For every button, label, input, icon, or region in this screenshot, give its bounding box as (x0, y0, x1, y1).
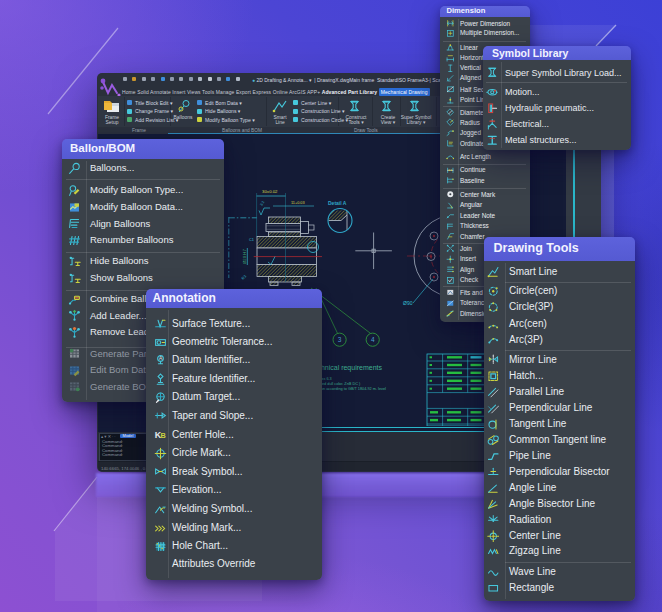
svg-text:Ø90: Ø90 (403, 300, 413, 306)
svg-text:3.2: 3.2 (259, 200, 265, 206)
svg-text:Detail A: Detail A (328, 200, 347, 206)
svg-text:C1: C1 (249, 238, 254, 242)
svg-text:3: 3 (338, 336, 342, 343)
svg-text:R3: R3 (241, 274, 247, 280)
svg-text:4: 4 (371, 336, 375, 343)
svg-text:30±0.02: 30±0.02 (262, 189, 278, 194)
svg-text:Ø20 H7: Ø20 H7 (242, 249, 247, 264)
svg-text:11+0.03: 11+0.03 (291, 201, 305, 205)
